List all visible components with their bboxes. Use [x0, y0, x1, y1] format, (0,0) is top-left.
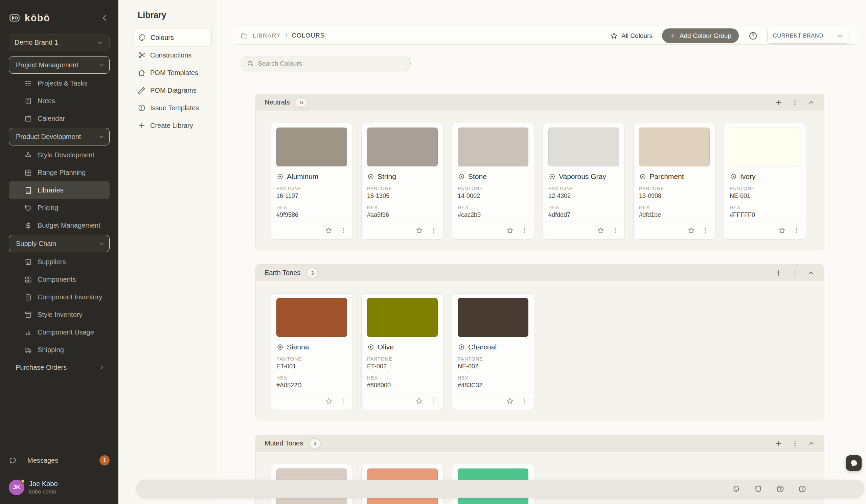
colour-card[interactable]: OlivePANTONEET-002HEX#808000: [361, 293, 444, 410]
sidebar-item-range-planning[interactable]: Range Planning: [9, 164, 110, 181]
sidebar-item-supply-chain[interactable]: Supply Chain: [9, 235, 110, 252]
add-colour-group-label: Add Colour Group: [680, 32, 731, 40]
kebab-icon[interactable]: [702, 227, 710, 234]
star-icon[interactable]: [597, 227, 604, 234]
chevron-down-icon: [836, 32, 844, 40]
sidebar-item-calendar[interactable]: Calendar: [9, 110, 110, 127]
kebab-icon[interactable]: [339, 397, 347, 405]
plus-icon[interactable]: [775, 269, 783, 277]
kebab-icon[interactable]: [430, 397, 438, 405]
star-icon[interactable]: [506, 227, 514, 234]
colour-card[interactable]: SiennaPANTONEET-001HEX#A0522D: [271, 293, 353, 410]
bell-icon[interactable]: [732, 485, 741, 493]
help-icon[interactable]: [776, 485, 785, 493]
sidebar-item-projects-tasks[interactable]: Projects & Tasks: [9, 75, 110, 92]
kebab-icon[interactable]: [521, 227, 529, 234]
chevron-up-icon[interactable]: [807, 99, 815, 107]
chevron-up-icon[interactable]: [807, 269, 815, 277]
colour-group-title: Neutrals: [265, 99, 290, 106]
star-icon[interactable]: [415, 397, 423, 405]
sidebar-item-project-management[interactable]: Project Management: [9, 56, 110, 74]
library-item-constructions[interactable]: Constructions: [134, 46, 212, 64]
library-item-pom-diagrams[interactable]: POM Diagrams: [134, 81, 212, 99]
sidebar-item-suppliers[interactable]: Suppliers: [9, 253, 110, 271]
star-icon[interactable]: [506, 397, 514, 405]
kebab-icon[interactable]: [339, 227, 347, 234]
colour-name: Parchment: [650, 172, 684, 181]
user-profile[interactable]: JK Joe Kobo kobo-demo: [9, 474, 110, 495]
sidebar-item-product-development[interactable]: Product Development: [9, 128, 110, 145]
library-item-pom-templates[interactable]: POM Templates: [134, 64, 212, 81]
sidebar-item-style-development[interactable]: Style Development: [9, 146, 110, 164]
sidebar-item-pricing[interactable]: Pricing: [9, 199, 110, 216]
star-icon[interactable]: [687, 227, 695, 234]
sidebar-item-notes[interactable]: Notes: [9, 92, 110, 110]
sidebar-item-purchase-orders[interactable]: Purchase Orders: [9, 359, 110, 376]
sidebar-item-component-usage[interactable]: Component Usage: [9, 323, 110, 341]
kebab-icon[interactable]: [791, 269, 799, 277]
star-icon[interactable]: [325, 227, 333, 234]
breadcrumb-root[interactable]: LIBRARY: [253, 33, 281, 39]
colour-card[interactable]: AluminumPANTONE16-1107HEX#9f9586: [271, 123, 353, 239]
sidebar-item-component-inventory[interactable]: Component Inventory: [9, 288, 110, 306]
library-item-colours[interactable]: Colours: [134, 29, 212, 46]
sidebar-item-label: Supply Chain: [16, 240, 56, 248]
colour-card-actions: [452, 222, 534, 239]
colour-card[interactable]: ParchmentPANTONE13-0908HEX#dfd1be: [633, 123, 715, 239]
color-swatch-icon: [730, 173, 737, 180]
sidebar-item-libraries[interactable]: Libraries: [9, 181, 110, 199]
kebab-icon[interactable]: [430, 227, 438, 234]
colour-name-row: Ivory: [730, 172, 800, 181]
color-swatch-icon: [276, 173, 284, 180]
chevron-down-icon: [96, 38, 104, 47]
kebab-icon[interactable]: [791, 99, 799, 107]
search-input[interactable]: [258, 60, 405, 67]
sidebar-item-budget-management[interactable]: Budget Management: [9, 216, 110, 234]
colour-card[interactable]: CharcoalPANTONENE-002HEX#483C32: [452, 293, 534, 410]
shield-icon[interactable]: [754, 485, 763, 493]
pantone-label: PANTONE: [730, 186, 800, 191]
library-item-label: Colours: [151, 34, 174, 42]
plus-icon[interactable]: [775, 99, 783, 107]
brand-selector[interactable]: Demo Brand 1: [9, 34, 110, 51]
current-brand-dropdown[interactable]: CURRENT BRAND: [767, 28, 850, 44]
kebab-icon[interactable]: [611, 227, 619, 234]
colour-group-neutrals: Neutrals6AluminumPANTONE16-1107HEX#9f958…: [255, 94, 824, 250]
help-icon[interactable]: [748, 31, 758, 41]
chat-launcher-button[interactable]: [846, 455, 862, 471]
star-icon[interactable]: [415, 227, 423, 234]
sidebar-item-messages[interactable]: Messages 1: [9, 451, 110, 469]
kebab-icon[interactable]: [521, 397, 529, 405]
sidebar-item-style-inventory[interactable]: Style Inventory: [9, 306, 110, 323]
sidebar: kōbō Demo Brand 1 Project ManagementProj…: [0, 0, 119, 504]
palette-icon: [138, 33, 146, 42]
info-icon[interactable]: [798, 485, 807, 493]
current-brand-value: CURRENT BRAND: [773, 33, 823, 39]
kebab-icon[interactable]: [792, 227, 800, 234]
colour-card[interactable]: IvoryPANTONENE-001HEX#FFFFF0: [724, 123, 806, 239]
colour-name: Aluminum: [287, 172, 318, 181]
chevron-up-icon[interactable]: [807, 439, 815, 448]
sidebar-item-label: Style Inventory: [37, 311, 82, 318]
avatar: JK: [9, 480, 24, 495]
all-colours-toggle[interactable]: All Colours: [610, 32, 653, 40]
library-item-create-library[interactable]: Create Library: [134, 117, 212, 134]
colour-card[interactable]: StonePANTONE14-0002HEX#cac2b9: [452, 123, 534, 239]
colour-card[interactable]: StringPANTONE16-1305HEX#aa9f96: [361, 123, 444, 239]
sidebar-item-shipping[interactable]: Shipping: [9, 341, 110, 359]
star-icon[interactable]: [778, 227, 786, 234]
star-icon[interactable]: [325, 397, 333, 405]
colour-card-actions: [452, 392, 534, 410]
tag-icon: [24, 204, 32, 212]
kebab-icon[interactable]: [791, 439, 799, 448]
sidebar-item-components[interactable]: Components: [9, 271, 110, 288]
add-colour-group-button[interactable]: Add Colour Group: [662, 29, 739, 43]
color-swatch-icon: [548, 173, 556, 180]
plus-icon[interactable]: [775, 439, 783, 448]
library-item-issue-templates[interactable]: Issue Templates: [134, 99, 212, 117]
status-dot: [21, 479, 25, 483]
sidebar-collapse-button[interactable]: [99, 13, 110, 23]
colour-card[interactable]: Vaporous GrayPANTONE12-4302HEX#dfddd7: [543, 123, 625, 239]
hex-label: HEX: [276, 375, 347, 381]
sidebar-item-label: Component Inventory: [37, 293, 102, 301]
